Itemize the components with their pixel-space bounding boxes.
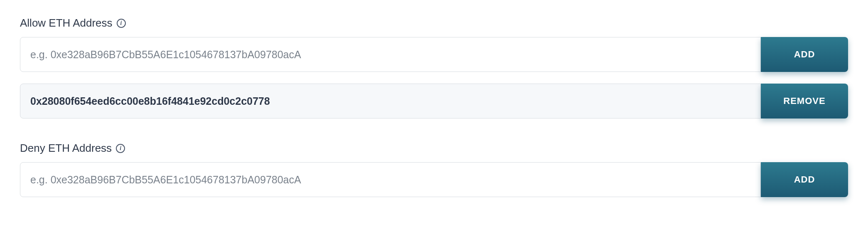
deny-eth-section: Deny ETH Address i ADD bbox=[20, 142, 848, 197]
deny-eth-add-button[interactable]: ADD bbox=[761, 162, 848, 197]
allow-eth-label: Allow ETH Address i bbox=[20, 17, 848, 30]
deny-eth-input[interactable] bbox=[20, 162, 761, 197]
deny-eth-input-row: ADD bbox=[20, 162, 848, 197]
allow-eth-entry-row: 0x28080f654eed6cc00e8b16f4841e92cd0c2c07… bbox=[20, 84, 848, 119]
info-icon[interactable]: i bbox=[117, 19, 126, 28]
allow-eth-entry-address: 0x28080f654eed6cc00e8b16f4841e92cd0c2c07… bbox=[20, 84, 761, 119]
allow-eth-section: Allow ETH Address i ADD 0x28080f654eed6c… bbox=[20, 17, 848, 119]
allow-eth-input[interactable] bbox=[20, 37, 761, 72]
allow-eth-add-button[interactable]: ADD bbox=[761, 37, 848, 72]
deny-eth-label: Deny ETH Address i bbox=[20, 142, 848, 155]
info-icon[interactable]: i bbox=[116, 144, 125, 153]
allow-eth-remove-button[interactable]: REMOVE bbox=[761, 84, 848, 119]
deny-eth-label-text: Deny ETH Address bbox=[20, 142, 112, 155]
allow-eth-input-row: ADD bbox=[20, 37, 848, 72]
allow-eth-label-text: Allow ETH Address bbox=[20, 17, 113, 30]
